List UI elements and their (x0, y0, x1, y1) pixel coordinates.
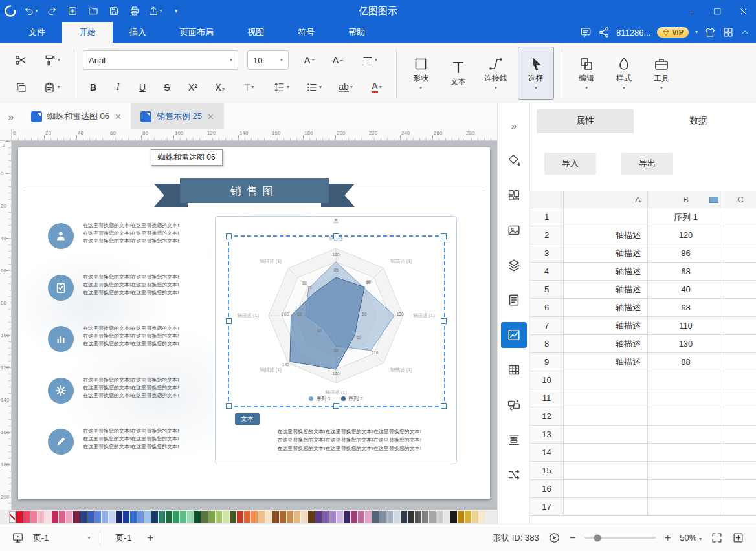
cell-b1[interactable]: 序列 1 (648, 208, 724, 226)
color-swatch[interactable] (102, 511, 108, 523)
cell-c2[interactable] (724, 226, 756, 244)
text-style-button[interactable]: T▾ (236, 78, 263, 97)
cell-c8[interactable] (724, 335, 756, 353)
cell-c17[interactable] (724, 498, 756, 516)
color-swatch[interactable] (287, 511, 293, 523)
collapse-ribbon-icon[interactable] (740, 28, 750, 37)
color-swatch[interactable] (137, 511, 144, 523)
cell-a11[interactable] (564, 389, 648, 407)
connection-button[interactable] (501, 462, 527, 488)
color-swatch[interactable] (465, 511, 471, 523)
menu-tab-帮助[interactable]: 帮助 (331, 22, 382, 43)
cell-b9[interactable]: 88 (648, 353, 724, 371)
color-swatch[interactable] (450, 511, 457, 523)
info-icon-circle[interactable] (48, 378, 74, 404)
cell-a8[interactable]: 轴描述 (564, 335, 648, 353)
color-swatch[interactable] (479, 511, 485, 523)
color-swatch[interactable] (30, 511, 37, 523)
fill-style-button[interactable] (501, 147, 527, 173)
color-swatch[interactable] (66, 511, 72, 523)
export-button[interactable]: ▾ (146, 3, 164, 19)
add-page-button[interactable]: + (147, 532, 153, 545)
info-icon-circle[interactable] (48, 429, 74, 455)
layers-button[interactable] (501, 252, 527, 278)
font-family-select[interactable]: Arial▾ (83, 50, 238, 70)
cell-b15[interactable] (648, 462, 724, 480)
underline-button[interactable]: U (132, 78, 153, 97)
page-selector[interactable]: 页-1▾ (33, 532, 91, 544)
cell-a9[interactable]: 轴描述 (564, 353, 648, 371)
tool-编辑[interactable]: 编辑▾ (568, 47, 605, 100)
zoom-in-button[interactable]: + (665, 532, 671, 544)
color-swatch[interactable] (208, 511, 215, 523)
cell-c1[interactable] (724, 208, 756, 226)
color-swatch[interactable] (73, 511, 80, 523)
cell-a14[interactable] (564, 444, 648, 462)
zoom-slider[interactable] (584, 537, 656, 539)
character-spacing-button[interactable]: ab▾ (331, 78, 360, 97)
strikethrough-button[interactable]: S (157, 78, 177, 97)
color-swatch[interactable] (94, 511, 101, 523)
no-fill-swatch[interactable] (9, 511, 16, 523)
font-size-select[interactable]: 10▾ (247, 50, 289, 70)
color-swatch[interactable] (159, 511, 165, 523)
color-swatch[interactable] (315, 511, 322, 523)
color-swatch[interactable] (173, 511, 179, 523)
color-swatch[interactable] (301, 511, 307, 523)
tool-连接线[interactable]: 连接线▾ (478, 47, 514, 100)
cell-a15[interactable] (564, 462, 648, 480)
text-block-tag[interactable]: 文本 (235, 413, 260, 425)
superscript-button[interactable]: X² (181, 78, 205, 97)
color-swatch[interactable] (130, 511, 137, 523)
color-swatch[interactable] (223, 511, 229, 523)
maximize-button[interactable] (704, 0, 730, 22)
apps-grid-icon[interactable] (722, 27, 734, 38)
chart-button[interactable] (501, 322, 527, 348)
color-swatch[interactable] (23, 511, 30, 523)
color-swatch[interactable] (237, 511, 243, 523)
collapse-left-panel-icon[interactable]: » (0, 103, 22, 129)
color-swatch[interactable] (230, 511, 236, 523)
color-swatch[interactable] (258, 511, 265, 523)
color-swatch[interactable] (109, 511, 115, 523)
cell-b5[interactable]: 40 (648, 281, 724, 299)
selection-handle[interactable] (441, 233, 447, 239)
color-swatch[interactable] (87, 511, 94, 523)
color-swatch[interactable] (144, 511, 151, 523)
cell-a3[interactable]: 轴描述 (564, 244, 648, 263)
cell-a10[interactable] (564, 371, 648, 389)
cell-a5[interactable]: 轴描述 (564, 281, 648, 299)
cell-c5[interactable] (724, 281, 756, 299)
cell-a1[interactable] (564, 208, 648, 226)
column-header-B[interactable]: B (648, 191, 724, 208)
line-spacing-button[interactable]: ▾ (267, 78, 296, 97)
color-swatch[interactable] (386, 511, 393, 523)
feedback-chat-icon[interactable] (580, 27, 592, 38)
color-swatch[interactable] (422, 511, 428, 523)
close-tab-icon[interactable]: ✕ (207, 112, 214, 122)
placeholder-text[interactable]: 在这里替换您的文本!在这里替换您的文本!在这里替换您的文本!在这里替换您的文本!… (83, 325, 220, 348)
tool-形状[interactable]: 形状▾ (403, 47, 439, 100)
cell-c7[interactable] (724, 317, 756, 335)
color-swatch[interactable] (59, 511, 65, 523)
drawing-canvas[interactable]: 销售图 在这里替换您的文本!在这里替换您的文本!在这里替换您的文本!在这里替换您… (12, 141, 497, 510)
bold-button[interactable]: B (83, 78, 104, 97)
color-swatch[interactable] (151, 511, 158, 523)
column-header-A[interactable]: A (564, 191, 648, 208)
selection-handle[interactable] (441, 318, 447, 324)
cell-b16[interactable] (648, 480, 724, 498)
cell-c13[interactable] (724, 426, 756, 444)
sheet-corner-cell[interactable] (530, 191, 564, 208)
color-swatch[interactable] (216, 511, 222, 523)
table-button[interactable] (501, 357, 527, 383)
align-button[interactable]: ▾ (355, 50, 384, 70)
cell-b14[interactable] (648, 444, 724, 462)
cut-button[interactable] (9, 49, 32, 71)
zoom-level[interactable]: 50% ▾ (680, 533, 702, 543)
placeholder-text-block[interactable]: 在这里替换您的文本!在这里替换您的文本!在这里替换您的文本!在这里替换您的文本!… (252, 427, 421, 453)
menu-tab-插入[interactable]: 插入 (113, 22, 163, 43)
tool-样式[interactable]: 样式▾ (606, 47, 642, 100)
color-swatch[interactable] (408, 511, 414, 523)
tab-data[interactable]: 数据 (650, 109, 747, 133)
cell-b3[interactable]: 86 (648, 244, 724, 263)
